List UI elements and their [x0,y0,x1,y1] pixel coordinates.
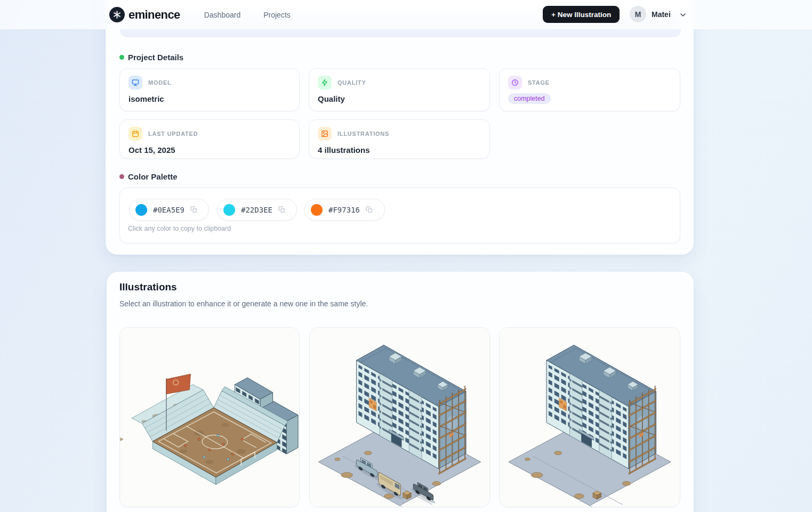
stat-value: Quality [318,94,481,103]
status-badge: completed [508,93,551,104]
palette-hint: Click any color to copy to clipboard [128,225,231,232]
nav-link-projects[interactable]: Projects [263,11,291,19]
color-swatch [223,204,235,216]
stat-label: LAST UPDATED [148,131,198,137]
stat-card-last-updated: LAST UPDATED Oct 15, 2025 [119,119,300,159]
copy-icon[interactable] [366,206,373,213]
color-palette-card: #0EA5E9 #22D3EE #F97316 Click any color … [119,188,680,243]
zap-icon [318,76,332,90]
stat-value: Oct 15, 2025 [128,145,291,155]
color-swatch [135,204,147,216]
brand-name: eminence [128,8,180,22]
copy-icon[interactable] [278,206,285,213]
stat-label: ILLUSTRATIONS [337,131,389,137]
stat-card-illustrations: ILLUSTRATIONS 4 illustrations [309,119,490,159]
building-with-cars-illustration-image [310,328,489,507]
brand[interactable]: eminence [109,7,180,22]
user-name[interactable]: Matei [652,10,671,19]
project-details-title: Project Details [128,53,183,62]
stadium-illustration-image [120,328,299,507]
calendar-icon [128,127,142,141]
monitor-icon [128,76,142,90]
stat-label: QUALITY [337,79,366,86]
eminence-logo-icon [109,7,125,22]
stat-label: STAGE [528,79,550,86]
green-dot-icon [119,55,124,60]
stat-label: MODEL [148,79,172,86]
building-scaffold-illustration-image [500,328,680,507]
nav-link-dashboard[interactable]: Dashboard [204,11,241,19]
stat-value: isometric [128,94,291,103]
illustrations-title: Illustrations [119,281,177,293]
color-pill-2[interactable]: #F97316 [304,199,385,221]
color-hex: #0EA5E9 [153,206,184,214]
color-swatch [311,204,323,216]
stat-card-quality: QUALITY Quality [309,68,490,111]
illustration-card-building-scaffold[interactable] [499,327,680,507]
stat-card-stage: STAGE completed [499,68,680,111]
color-hex: #22D3EE [241,206,272,214]
color-hex: #F97316 [328,206,360,214]
image-icon [318,127,332,141]
copy-icon[interactable] [190,206,197,213]
stat-card-model: MODEL isometric [119,68,300,111]
color-palette-title: Color Palette [128,172,178,181]
stat-value: 4 illustrations [318,145,481,155]
chevron-down-icon[interactable] [679,11,687,19]
new-illustration-button[interactable]: + New Illustration [543,6,620,23]
top-navbar: eminence Dashboard Projects + New Illust… [0,0,812,29]
illustration-card-building-cars[interactable] [309,327,490,507]
illustration-card-stadium[interactable] [119,327,300,507]
rose-dot-icon [119,174,124,179]
clock-icon [508,76,522,90]
color-pill-0[interactable]: #0EA5E9 [129,199,209,221]
color-pill-1[interactable]: #22D3EE [217,199,297,221]
illustrations-subtitle: Select an illustration to enhance it or … [119,299,368,308]
avatar[interactable]: M [630,6,646,22]
